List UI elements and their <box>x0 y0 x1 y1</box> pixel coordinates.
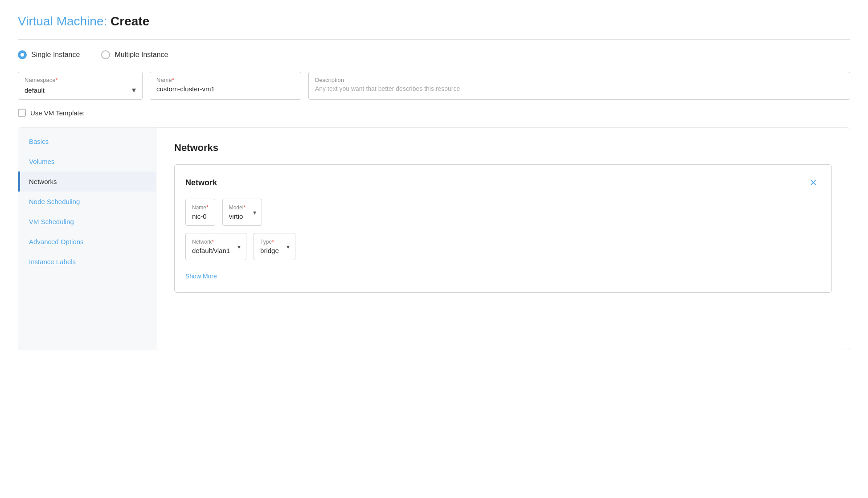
namespace-chevron-icon: ▾ <box>132 85 136 95</box>
page-title: Virtual Machine: Create <box>18 14 850 29</box>
title-divider <box>18 39 850 40</box>
instance-options: Single Instance Multiple Instance <box>18 50 850 59</box>
vm-template-row: Use VM Template: <box>18 109 850 117</box>
multiple-instance-radio[interactable] <box>101 50 110 59</box>
model-chevron-icon: ▾ <box>253 209 256 216</box>
network-type-field[interactable]: Type* bridge ▾ <box>254 233 295 260</box>
network-network-type-row: Network* default/vlan1 ▾ Type* bridge ▾ <box>185 233 821 260</box>
network-card-title: Network <box>185 178 217 188</box>
vm-template-checkbox[interactable] <box>18 109 26 117</box>
single-instance-option[interactable]: Single Instance <box>18 50 80 59</box>
network-network-field[interactable]: Network* default/vlan1 ▾ <box>185 233 246 260</box>
top-form: Namespace* default ▾ Name* custom-cluste… <box>18 72 850 100</box>
single-instance-radio[interactable] <box>18 50 27 59</box>
close-icon: ✕ <box>810 178 817 188</box>
type-chevron-icon: ▾ <box>287 243 290 250</box>
network-model-field[interactable]: Model* virtio ▾ <box>222 199 262 226</box>
multiple-instance-option[interactable]: Multiple Instance <box>101 50 168 59</box>
sidebar-item-advanced-options[interactable]: Advanced Options <box>18 232 156 252</box>
network-name-model-row: Name* nic-0 Model* virtio ▾ <box>185 199 821 226</box>
sidebar-item-instance-labels[interactable]: Instance Labels <box>18 252 156 272</box>
sidebar-item-node-scheduling[interactable]: Node Scheduling <box>18 192 156 212</box>
network-card: Network ✕ Name* nic-0 <box>174 164 832 293</box>
description-field[interactable]: Description Any text you want that bette… <box>308 72 850 100</box>
network-chevron-icon: ▾ <box>237 243 241 250</box>
network-name-field[interactable]: Name* nic-0 <box>185 199 215 226</box>
sidebar-item-vm-scheduling[interactable]: VM Scheduling <box>18 212 156 232</box>
main-content: Networks Network ✕ Name* nic-0 <box>156 128 850 350</box>
name-field[interactable]: Name* custom-cluster-vm1 <box>150 72 301 100</box>
sidebar-item-volumes[interactable]: Volumes <box>18 151 156 171</box>
sidebar-item-basics[interactable]: Basics <box>18 131 156 151</box>
namespace-field[interactable]: Namespace* default ▾ <box>18 72 143 100</box>
sidebar: Basics Volumes Networks Node Scheduling … <box>18 128 156 350</box>
sidebar-item-networks[interactable]: Networks <box>18 171 156 192</box>
network-card-header: Network ✕ <box>185 176 821 190</box>
show-more-button[interactable]: Show More <box>185 271 217 282</box>
network-card-close-button[interactable]: ✕ <box>806 176 821 190</box>
networks-section-title: Networks <box>174 142 832 154</box>
content-layout: Basics Volumes Networks Node Scheduling … <box>18 127 850 350</box>
